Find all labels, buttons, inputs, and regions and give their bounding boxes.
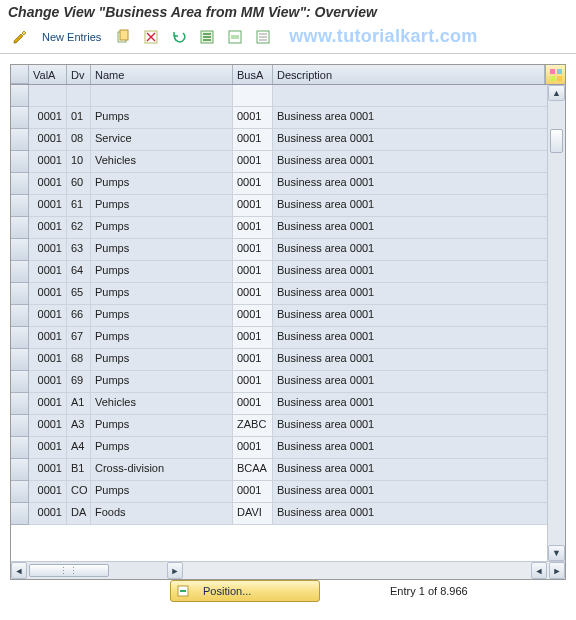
row-selector[interactable] bbox=[11, 107, 29, 129]
row-selector[interactable] bbox=[11, 195, 29, 217]
scroll-left-b-icon[interactable]: ◄ bbox=[531, 562, 547, 579]
table-header: ValA Dv Name BusA Description bbox=[11, 65, 565, 85]
scroll-right-b-icon[interactable]: ► bbox=[549, 562, 565, 579]
scroll-right-a-icon[interactable]: ► bbox=[167, 562, 183, 579]
table-row: 0001A3PumpsZABCBusiness area 0001 bbox=[11, 415, 565, 437]
cell-busa[interactable]: 0001 bbox=[233, 305, 273, 327]
cell-busa[interactable]: 0001 bbox=[233, 371, 273, 393]
cell-busa[interactable]: ZABC bbox=[233, 415, 273, 437]
cell-desc: Business area 0001 bbox=[273, 173, 565, 195]
cell-busa[interactable]: 0001 bbox=[233, 437, 273, 459]
cell-dv: 65 bbox=[67, 283, 91, 305]
row-selector[interactable] bbox=[11, 349, 29, 371]
cell-busa[interactable]: BCAA bbox=[233, 459, 273, 481]
cell-desc: Business area 0001 bbox=[273, 393, 565, 415]
table-row: 000161Pumps0001Business area 0001 bbox=[11, 195, 565, 217]
undo-icon[interactable] bbox=[167, 27, 191, 47]
cell-vala: 0001 bbox=[29, 459, 67, 481]
cell-vala: 0001 bbox=[29, 239, 67, 261]
row-selector[interactable] bbox=[11, 481, 29, 503]
cell-desc: Business area 0001 bbox=[273, 415, 565, 437]
col-header-name[interactable]: Name bbox=[91, 65, 233, 84]
cell-name: Pumps bbox=[91, 481, 233, 503]
cell-busa[interactable]: 0001 bbox=[233, 283, 273, 305]
vscroll-thumb[interactable] bbox=[550, 129, 563, 153]
horizontal-scrollbar[interactable]: ◄ ⋮⋮ ► ◄ ► bbox=[11, 561, 565, 579]
cell-busa[interactable]: 0001 bbox=[233, 393, 273, 415]
row-selector[interactable] bbox=[11, 283, 29, 305]
row-selector[interactable] bbox=[11, 173, 29, 195]
cell-vala bbox=[29, 85, 67, 107]
cell-name: Pumps bbox=[91, 283, 233, 305]
deselect-all-icon[interactable] bbox=[251, 27, 275, 47]
position-button[interactable]: Position... bbox=[170, 580, 320, 602]
delete-icon[interactable] bbox=[139, 27, 163, 47]
cell-desc: Business area 0001 bbox=[273, 107, 565, 129]
cell-vala: 0001 bbox=[29, 107, 67, 129]
row-selector[interactable] bbox=[11, 503, 29, 525]
row-selector[interactable] bbox=[11, 415, 29, 437]
cell-busa[interactable]: 0001 bbox=[233, 151, 273, 173]
row-selector[interactable] bbox=[11, 459, 29, 481]
row-selector[interactable] bbox=[11, 437, 29, 459]
cell-busa[interactable]: 0001 bbox=[233, 239, 273, 261]
select-block-icon[interactable] bbox=[223, 27, 247, 47]
row-selector[interactable] bbox=[11, 85, 29, 107]
cell-desc: Business area 0001 bbox=[273, 239, 565, 261]
scroll-down-icon[interactable]: ▼ bbox=[548, 545, 565, 561]
row-selector[interactable] bbox=[11, 129, 29, 151]
copy-as-icon[interactable] bbox=[111, 27, 135, 47]
scroll-left-icon[interactable]: ◄ bbox=[11, 562, 27, 579]
cell-dv: 01 bbox=[67, 107, 91, 129]
scroll-up-icon[interactable]: ▲ bbox=[548, 85, 565, 101]
cell-busa[interactable] bbox=[233, 85, 273, 107]
cell-name: Pumps bbox=[91, 349, 233, 371]
cell-busa[interactable]: 0001 bbox=[233, 107, 273, 129]
toggle-display-change-icon[interactable] bbox=[8, 27, 32, 47]
cell-busa[interactable]: 0001 bbox=[233, 173, 273, 195]
vscroll-track[interactable] bbox=[548, 101, 565, 545]
col-header-desc[interactable]: Description bbox=[273, 65, 545, 84]
col-header-vala[interactable]: ValA bbox=[29, 65, 67, 84]
new-entries-button[interactable]: New Entries bbox=[36, 27, 107, 47]
cell-busa[interactable]: 0001 bbox=[233, 481, 273, 503]
cell-busa[interactable]: 0001 bbox=[233, 129, 273, 151]
cell-desc: Business area 0001 bbox=[273, 129, 565, 151]
hscroll-gap bbox=[183, 562, 531, 579]
cell-busa[interactable]: 0001 bbox=[233, 261, 273, 283]
svg-rect-13 bbox=[550, 69, 555, 74]
col-header-busa[interactable]: BusA bbox=[233, 65, 273, 84]
cell-name: Pumps bbox=[91, 217, 233, 239]
table-row: 0001B1Cross-divisionBCAABusiness area 00… bbox=[11, 459, 565, 481]
cell-busa[interactable]: DAVI bbox=[233, 503, 273, 525]
cell-dv: 68 bbox=[67, 349, 91, 371]
cell-name: Pumps bbox=[91, 415, 233, 437]
app-toolbar: New Entries www.tutorialkart.com bbox=[0, 24, 576, 54]
row-selector[interactable] bbox=[11, 261, 29, 283]
table-row: 000165Pumps0001Business area 0001 bbox=[11, 283, 565, 305]
row-selector[interactable] bbox=[11, 393, 29, 415]
hscroll-track-left[interactable]: ⋮⋮ bbox=[27, 562, 167, 579]
row-selector-header[interactable] bbox=[11, 65, 29, 84]
row-selector[interactable] bbox=[11, 327, 29, 349]
cell-busa[interactable]: 0001 bbox=[233, 349, 273, 371]
cell-name: Pumps bbox=[91, 437, 233, 459]
row-selector[interactable] bbox=[11, 371, 29, 393]
vertical-scrollbar[interactable]: ▲ ▼ bbox=[547, 85, 565, 561]
select-all-icon[interactable] bbox=[195, 27, 219, 47]
table-settings-icon[interactable] bbox=[545, 65, 565, 84]
cell-desc: Business area 0001 bbox=[273, 305, 565, 327]
row-selector[interactable] bbox=[11, 239, 29, 261]
row-selector[interactable] bbox=[11, 305, 29, 327]
col-header-dv[interactable]: Dv bbox=[67, 65, 91, 84]
row-selector[interactable] bbox=[11, 151, 29, 173]
cell-busa[interactable]: 0001 bbox=[233, 217, 273, 239]
cell-busa[interactable]: 0001 bbox=[233, 195, 273, 217]
cell-name: Vehicles bbox=[91, 393, 233, 415]
hscroll-thumb[interactable]: ⋮⋮ bbox=[29, 564, 109, 577]
svg-rect-1 bbox=[120, 30, 128, 40]
cell-vala: 0001 bbox=[29, 437, 67, 459]
cell-desc: Business area 0001 bbox=[273, 437, 565, 459]
row-selector[interactable] bbox=[11, 217, 29, 239]
cell-busa[interactable]: 0001 bbox=[233, 327, 273, 349]
